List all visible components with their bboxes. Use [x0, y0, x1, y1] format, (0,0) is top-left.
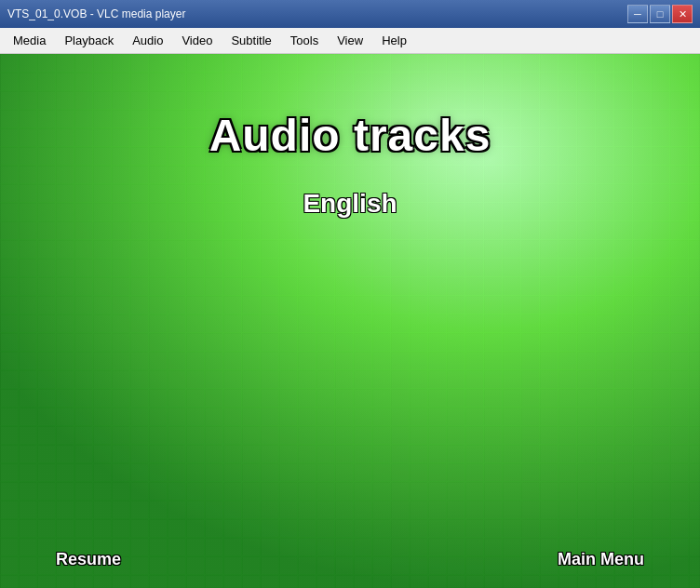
track-label: English [303, 189, 397, 219]
resume-button[interactable]: Resume [56, 550, 121, 569]
title-bar: VTS_01_0.VOB - VLC media player ─ □ ✕ [0, 0, 700, 28]
menu-subtitle[interactable]: Subtitle [222, 30, 280, 51]
video-area: Audio tracks English Resume Main Menu [0, 54, 700, 588]
menu-help[interactable]: Help [372, 30, 416, 51]
main-menu-button[interactable]: Main Menu [558, 550, 644, 569]
menu-media[interactable]: Media [4, 30, 55, 51]
menu-video[interactable]: Video [172, 30, 222, 51]
menu-playback[interactable]: Playback [55, 30, 123, 51]
window-controls: ─ □ ✕ [627, 5, 693, 23]
video-content: Audio tracks English [0, 54, 700, 588]
close-button[interactable]: ✕ [672, 5, 693, 23]
minimize-button[interactable]: ─ [627, 5, 648, 23]
window-title: VTS_01_0.VOB - VLC media player [7, 7, 185, 20]
menu-audio[interactable]: Audio [123, 30, 172, 51]
menu-view[interactable]: View [328, 30, 372, 51]
menu-tools[interactable]: Tools [281, 30, 328, 51]
menu-bar: Media Playback Audio Video Subtitle Tool… [0, 28, 700, 54]
maximize-button[interactable]: □ [650, 5, 670, 23]
bottom-navigation: Resume Main Menu [0, 550, 700, 569]
audio-tracks-heading: Audio tracks [209, 110, 491, 161]
